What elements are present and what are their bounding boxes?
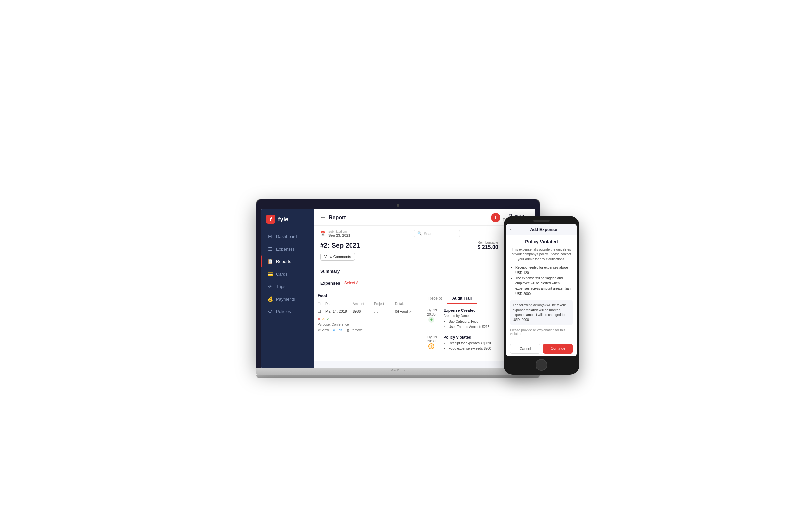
view-action[interactable]: 👁 View [317, 328, 329, 332]
add-expense-icon[interactable]: + [428, 317, 434, 323]
audit-timeline-1: July, 19 20:30 + [423, 308, 440, 329]
table-header: ☐ Date Amount Project Details [317, 301, 415, 307]
summary-section-header[interactable]: Summary ▾ [314, 265, 535, 277]
phone-speaker [533, 220, 550, 222]
external-link-icon[interactable]: ↗ [409, 310, 411, 314]
sidebar-label-dashboard: Dashboard [276, 234, 297, 239]
reimbursable-label: Reimbursable [478, 241, 498, 244]
submitted-label: Submitted On [329, 230, 350, 233]
content-area: Summary ▾ Expenses Select All ▴ [314, 265, 535, 367]
search-placeholder: Search [424, 232, 436, 236]
laptop-base [256, 367, 540, 375]
dashboard-icon: ⊞ [267, 234, 273, 239]
logo-text: fyle [278, 216, 288, 223]
summary-title: Summary [320, 269, 340, 273]
laptop-camera [397, 204, 399, 207]
row-project: ... [374, 309, 394, 314]
submitted-date: Sep 23, 2021 [329, 233, 350, 237]
col-project: Project [374, 302, 394, 306]
sidebar-item-cards[interactable]: 💳 Cards [262, 268, 312, 280]
trips-icon: ✈ [267, 284, 273, 289]
cancel-button[interactable]: Cancel [510, 344, 540, 354]
expenses-left: Expenses Select All [320, 281, 360, 286]
payments-icon: 💰 [267, 296, 273, 302]
policies-icon: 🛡 [267, 309, 273, 314]
expense-table: Food ☐ Date Amount Project Details ☐ [314, 289, 419, 361]
reimbursable-value: $ 215.00 [478, 244, 498, 250]
policy-action-box: The following action(s) will be taken: e… [510, 300, 573, 325]
search-icon: 🔍 [418, 231, 422, 236]
policy-item-0: Receipt needed for expenses above USD 12… [515, 265, 573, 276]
col-checkbox: ☐ [317, 302, 324, 306]
table-row: ☐ Mar 14, 2019 $986 ... 🍽 Food ↗ [317, 307, 415, 316]
remove-action[interactable]: 🗑 Remove [346, 328, 363, 332]
sidebar-item-policies[interactable]: 🛡 Policies [262, 306, 312, 318]
view-icon: 👁 [317, 328, 321, 332]
policy-desc: This expense falls outside the guideline… [510, 247, 573, 262]
calendar-icon: 📅 [320, 231, 326, 236]
policy-title: Policy Violated [510, 239, 573, 244]
check-icon: ✓ [327, 317, 329, 321]
phone-content: Policy Violated This expense falls outsi… [506, 235, 577, 341]
row-amount: $986 [353, 309, 373, 314]
submitted-info: 📅 Submitted On Sep 23, 2021 [320, 230, 350, 237]
back-nav[interactable]: ← Report [320, 214, 346, 221]
top-bar: ← Report T Theresa Fyle for ACME ▾ [314, 209, 535, 226]
phone-actions: Cancel Continue [506, 341, 577, 356]
report-meta: 📅 Submitted On Sep 23, 2021 🔍 Search [320, 230, 529, 237]
row-date: Mar 14, 2019 [326, 309, 352, 314]
col-details: Details [395, 302, 415, 306]
sidebar-label-expenses: Expenses [276, 247, 295, 251]
sidebar-label-reports: Reports [276, 259, 291, 264]
row-actions: 👁 View ✏ Edit 🗑 Remove [317, 328, 415, 332]
edit-action[interactable]: ✏ Edit [333, 328, 342, 332]
expense-content: Food ☐ Date Amount Project Details ☐ [314, 289, 535, 361]
policy-action-text: The following action(s) will be taken: e… [513, 303, 566, 322]
col-amount: Amount [353, 302, 373, 306]
select-all-link[interactable]: Select All [344, 281, 360, 285]
sidebar-label-cards: Cards [276, 272, 288, 277]
cards-icon: 💳 [267, 271, 273, 277]
search-bar[interactable]: 🔍 Search [414, 230, 460, 237]
main-content: ← Report T Theresa Fyle for ACME ▾ [314, 209, 535, 367]
remove-icon: 🗑 [346, 328, 350, 332]
phone: ‹ Add Expense Policy Violated This expen… [503, 216, 579, 375]
sidebar-label-trips: Trips [276, 284, 285, 289]
policy-explanation-label: Please provide an explanation for this v… [510, 328, 573, 336]
laptop: f fyle ⊞ Dashboard ☰ Expenses [256, 200, 540, 378]
sidebar-logo: f fyle [261, 214, 314, 230]
policy-item-1: The expense will be flagged and employee… [515, 276, 573, 297]
row-checkbox[interactable]: ☐ [317, 309, 324, 314]
sidebar-nav: ⊞ Dashboard ☰ Expenses 📋 Reports 💳 [261, 230, 314, 318]
error-icon: ✕ [317, 317, 320, 321]
sidebar-item-payments[interactable]: 💰 Payments [262, 293, 312, 305]
report-actions: View Comments Reported [320, 253, 529, 261]
back-arrow-icon: ← [320, 214, 326, 221]
policy-list: Receipt needed for expenses above USD 12… [510, 265, 573, 297]
phone-back-icon[interactable]: ‹ [510, 227, 512, 232]
row-details: 🍽 Food ↗ [395, 309, 415, 314]
phone-header: ‹ Add Expense [506, 224, 577, 235]
laptop-screen-outer: f fyle ⊞ Dashboard ☰ Expenses [256, 200, 540, 367]
audit-date-1: July, 19 20:30 [423, 308, 440, 317]
laptop-bottom [256, 375, 540, 378]
sidebar-label-payments: Payments [276, 297, 295, 302]
tab-audit-trail[interactable]: Audit Trail [447, 293, 477, 304]
expenses-icon: ☰ [267, 246, 273, 251]
sidebar-item-expenses[interactable]: ☰ Expenses [262, 243, 312, 255]
audit-timeline-2: July, 19 20:30 ! [423, 335, 440, 352]
tab-receipt[interactable]: Receipt [423, 293, 447, 304]
sidebar-item-trips[interactable]: ✈ Trips [262, 281, 312, 292]
sidebar-item-reports[interactable]: 📋 Reports [262, 255, 312, 267]
continue-button[interactable]: Continue [543, 344, 573, 354]
sidebar-label-policies: Policies [276, 309, 291, 314]
food-category-icon: 🍽 [395, 309, 399, 314]
phone-screen: ‹ Add Expense Policy Violated This expen… [506, 224, 577, 356]
scene: f fyle ⊞ Dashboard ☰ Expenses [217, 154, 579, 378]
purpose-text: Purpose: Conference [317, 323, 415, 326]
report-title-row: #2: Sep 2021 Reimbursable $ 215.00 Total… [320, 241, 529, 250]
phone-outer: ‹ Add Expense Policy Violated This expen… [503, 216, 579, 375]
view-comments-button[interactable]: View Comments [320, 253, 355, 261]
phone-home-button[interactable] [536, 359, 548, 371]
sidebar-item-dashboard[interactable]: ⊞ Dashboard [262, 230, 312, 242]
